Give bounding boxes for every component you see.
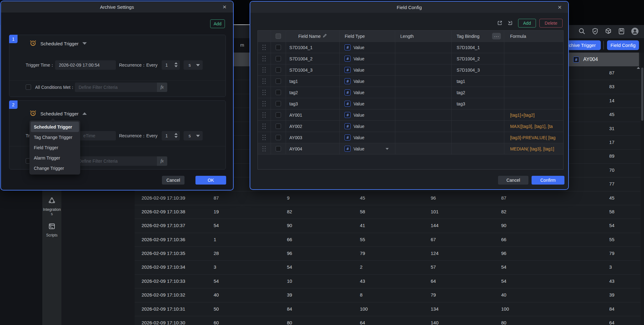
drag-handle-icon[interactable] <box>262 56 263 57</box>
close-icon[interactable]: × <box>556 3 564 11</box>
table-row: 2026-02-09 17:10:31508410013410084 <box>135 302 641 316</box>
book-icon[interactable] <box>618 28 625 35</box>
trigger-time-input[interactable]: 2026-02-09 17:00:54 <box>55 60 116 70</box>
formula-fx-button[interactable]: fx <box>157 156 167 166</box>
field-type-cell[interactable]: #Value <box>340 87 395 98</box>
menu-item-alarm-trigger[interactable]: Alarm Trigger <box>31 153 79 163</box>
menu-item-scheduled-trigger[interactable]: Scheduled Trigger <box>31 122 79 132</box>
confirm-button[interactable]: Confirm <box>532 176 564 185</box>
scrollbar-thumb[interactable] <box>641 68 643 121</box>
unit-value: s <box>189 133 191 138</box>
field-config-button[interactable]: Field Config <box>607 40 639 50</box>
column-header-ay004[interactable]: AY004 <box>583 57 598 62</box>
interval-stepper[interactable]: 1 <box>162 60 180 70</box>
menu-item-change-trigger[interactable]: Change Trigger <box>31 163 79 173</box>
field-name-header-label: Field Name <box>298 34 321 39</box>
drag-handle-icon[interactable] <box>262 101 263 102</box>
interval-stepper[interactable]: 1 <box>162 131 180 140</box>
model-cube-icon[interactable] <box>605 28 612 35</box>
trigger-type-select[interactable]: Scheduled Trigger <box>29 109 87 118</box>
field-name-header[interactable]: Field Name <box>286 31 340 42</box>
step-up-icon[interactable] <box>174 133 178 135</box>
scroll-up-icon[interactable] <box>637 67 640 69</box>
all-conditions-checkbox[interactable] <box>26 84 31 90</box>
stepper-arrows[interactable] <box>174 62 178 67</box>
stepper-arrows[interactable] <box>174 133 178 138</box>
close-icon[interactable]: × <box>221 3 229 11</box>
row-checkbox[interactable] <box>276 146 281 151</box>
cell-value: 79 <box>431 292 436 297</box>
drag-handle-icon[interactable] <box>262 67 263 68</box>
formula-fx-button[interactable]: fx <box>157 83 167 92</box>
select-all-checkbox[interactable] <box>276 33 281 39</box>
field-type-cell[interactable]: #Value <box>340 64 395 75</box>
field-type-cell[interactable]: #Value <box>340 132 395 143</box>
archive-trigger-button[interactable]: chive Trigger <box>564 40 601 50</box>
drag-handle-icon[interactable] <box>262 45 263 46</box>
row-checkbox[interactable] <box>276 135 281 140</box>
cancel-button[interactable]: Cancel <box>162 176 184 185</box>
cell-value: 87 <box>501 195 506 201</box>
cell-value: 54 <box>501 264 506 270</box>
table-row: 2026-02-09 17:10:33541043645443 <box>135 275 641 288</box>
step-down-icon[interactable] <box>174 65 178 67</box>
search-icon[interactable] <box>578 28 586 35</box>
filter-criteria-input[interactable]: Define Filter Criteria <box>75 156 157 166</box>
ok-button[interactable]: OK <box>195 176 226 185</box>
field-type-value: Value <box>353 135 364 140</box>
export-icon[interactable] <box>496 20 503 28</box>
row-checkbox[interactable] <box>276 56 281 61</box>
field-type-cell[interactable]: #Value <box>340 109 395 120</box>
alarm-clock-icon <box>29 109 37 118</box>
drag-handle-icon[interactable] <box>262 112 263 113</box>
trigger-type-menu: Scheduled TriggerTag Change TriggerField… <box>29 120 80 175</box>
unit-select[interactable]: s <box>184 131 203 140</box>
menu-item-field-trigger[interactable]: Field Trigger <box>31 142 79 153</box>
import-icon[interactable] <box>507 20 513 28</box>
drag-handle-icon[interactable] <box>262 146 263 147</box>
add-trigger-button[interactable]: Add <box>210 19 225 28</box>
number-type-icon: # <box>345 123 351 129</box>
timestamp-cell: 2026-02-09 17:10:30 <box>142 320 185 325</box>
vertical-scrollbar[interactable] <box>641 53 644 325</box>
step-down-icon[interactable] <box>174 136 178 138</box>
unit-select[interactable]: s <box>184 60 203 70</box>
number-type-icon: # <box>345 78 351 84</box>
drag-handle-icon[interactable] <box>262 135 263 136</box>
row-checkbox[interactable] <box>276 67 281 73</box>
menu-item-tag-change-trigger[interactable]: Tag Change Trigger <box>31 132 79 142</box>
sidebar-item-scripts[interactable]: Scripts <box>42 222 61 237</box>
row-checkbox[interactable] <box>276 101 281 106</box>
row-checkbox[interactable] <box>276 90 281 95</box>
step-up-icon[interactable] <box>174 62 178 64</box>
add-field-button[interactable]: Add <box>518 19 536 28</box>
trigger-type-label: Scheduled Trigger <box>40 111 79 116</box>
trigger-type-select[interactable]: Scheduled Trigger <box>29 39 87 48</box>
field-type-cell[interactable]: #Value <box>340 42 395 53</box>
tag-binding-header-label: Tag Binding <box>457 34 480 39</box>
formula-cell <box>504 64 563 75</box>
field-type-value: Value <box>353 79 364 84</box>
cell-value: 10 <box>287 278 292 284</box>
sidebar-item-integrations[interactable]: Integrations <box>42 197 61 216</box>
drag-handle-icon[interactable] <box>262 79 263 79</box>
field-type-cell[interactable]: #Value <box>340 76 395 87</box>
drag-handle-icon[interactable] <box>262 124 263 124</box>
row-checkbox[interactable] <box>276 112 281 118</box>
shield-check-icon[interactable] <box>591 28 599 35</box>
delete-field-button[interactable]: Delete <box>539 19 563 28</box>
avatar[interactable] <box>631 27 639 35</box>
formula-cell: [tag3]-PREVALUE( [tag <box>504 132 563 143</box>
row-checkbox[interactable] <box>276 124 281 129</box>
row-checkbox[interactable] <box>276 79 281 84</box>
drag-handle-icon[interactable] <box>262 90 263 91</box>
field-table-header: Field Name Field Type Length Tag Binding… <box>258 31 563 42</box>
cancel-button[interactable]: Cancel <box>498 176 528 185</box>
more-options-icon[interactable]: ··· <box>492 33 501 39</box>
field-type-cell[interactable]: #Value <box>340 143 395 154</box>
field-type-cell[interactable]: #Value <box>340 121 395 132</box>
field-type-cell[interactable]: #Value <box>340 98 395 109</box>
field-type-cell[interactable]: #Value <box>340 53 395 64</box>
filter-criteria-input[interactable]: Define Filter Criteria <box>75 83 157 92</box>
row-checkbox[interactable] <box>276 45 281 50</box>
